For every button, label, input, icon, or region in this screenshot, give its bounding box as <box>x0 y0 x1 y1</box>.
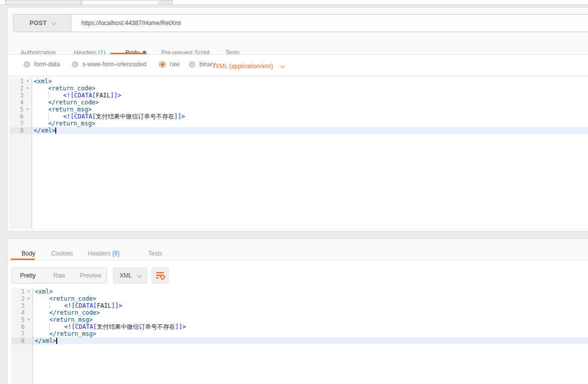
response-tab-headers[interactable]: Headers(9) <box>88 250 120 257</box>
new-tab-button[interactable] <box>160 0 173 5</box>
line-number: 3 <box>10 92 24 99</box>
fold-spacer <box>24 120 32 127</box>
view-pretty-button[interactable]: Pretty <box>12 272 44 279</box>
code-line: 6 <![CDATA[支付结果中微信订单号不存在]]> <box>10 113 588 120</box>
code-line: 4 </return_code> <box>10 99 588 106</box>
code-text[interactable]: <![CDATA[支付结果中微信订单号不存在]]> <box>33 323 588 330</box>
fold-arrow-icon[interactable]: ▾ <box>25 295 33 302</box>
editor-filler <box>11 344 588 384</box>
gutter-cell: 1▾ <box>10 78 32 85</box>
radio-binary[interactable]: binary <box>189 61 216 68</box>
code-text[interactable]: <xml> <box>32 78 588 85</box>
gutter-cell: 8 <box>11 337 33 344</box>
code-text[interactable]: </xml> <box>32 127 588 134</box>
line-number: 6 <box>11 323 25 330</box>
code-line: 8</xml> <box>11 337 588 344</box>
app-tab-inactive[interactable] <box>5 0 81 5</box>
code-line: 1▾<xml> <box>10 78 588 85</box>
code-text[interactable]: </xml> <box>33 337 588 344</box>
gutter-cell: 5▾ <box>10 106 32 113</box>
chevron-down-icon <box>137 273 142 278</box>
gutter-cell: 1▾ <box>11 288 33 295</box>
fold-spacer <box>25 337 33 344</box>
response-tab-cookies[interactable]: Cookies <box>51 250 73 257</box>
request-panel: POST https://localhost:44387/Home/RetXml… <box>7 7 588 232</box>
url-input[interactable]: https://localhost:44387/Home/RetXml <box>71 15 588 32</box>
line-number: 3 <box>11 302 25 309</box>
line-number: 4 <box>10 99 24 106</box>
text-cursor <box>56 338 57 344</box>
code-line: 7 </return_msg> <box>11 330 588 337</box>
response-language-dropdown[interactable]: XML <box>113 268 147 284</box>
code-line: 2▾ <return_code> <box>11 295 588 302</box>
response-body-editor[interactable]: 1▾<xml>2▾ <return_code>3 <![CDATA[FAIL]]… <box>11 287 588 384</box>
text-cursor <box>55 127 56 134</box>
request-body-editor[interactable]: 1▾<xml>2▾ <return_code>3 <![CDATA[FAIL]]… <box>10 77 588 228</box>
code-line: 5▾ <return_msg> <box>10 106 588 113</box>
fold-spacer <box>25 330 33 337</box>
content-type-dropdown[interactable]: XML (application/xml) <box>215 63 284 70</box>
code-text[interactable]: <return_code> <box>32 85 588 92</box>
wrap-text-button[interactable] <box>152 268 169 284</box>
code-text[interactable]: </return_code> <box>32 99 588 106</box>
line-number: 7 <box>11 330 25 337</box>
code-line: 2▾ <return_code> <box>10 85 588 92</box>
method-dropdown[interactable]: POST <box>14 15 71 32</box>
fold-arrow-icon[interactable]: ▾ <box>24 78 32 85</box>
gutter-cell: 7 <box>11 330 33 337</box>
code-line: 8</xml> <box>10 127 588 134</box>
line-number: 5 <box>10 106 24 113</box>
radio-icon <box>72 61 78 68</box>
response-tab-tests[interactable]: Tests <box>148 250 162 257</box>
code-text[interactable]: </return_msg> <box>33 330 588 337</box>
line-number: 7 <box>10 120 24 127</box>
radio-raw[interactable]: raw <box>159 61 179 68</box>
fold-arrow-icon[interactable]: ▾ <box>24 106 32 113</box>
code-text[interactable]: <return_msg> <box>33 316 588 323</box>
code-line: 4 </return_code> <box>11 309 588 316</box>
url-bar: POST https://localhost:44387/Home/RetXml <box>13 14 588 32</box>
wrap-text-icon <box>156 271 165 280</box>
code-text[interactable]: <![CDATA[FAIL]]> <box>33 302 588 309</box>
response-tab-body[interactable]: Body <box>22 250 35 257</box>
fold-arrow-icon[interactable]: ▾ <box>24 85 32 92</box>
tab-bar-divider <box>0 5 588 5</box>
fold-spacer <box>24 113 32 120</box>
line-number: 6 <box>10 113 24 120</box>
app-tab-bar <box>0 0 588 5</box>
code-text[interactable]: </return_msg> <box>32 120 588 127</box>
gutter-cell: 3 <box>11 302 33 309</box>
code-text[interactable]: <xml> <box>33 288 588 295</box>
radio-x-www-form-urlencoded[interactable]: x-www-form-urlencoded <box>72 61 146 68</box>
view-preview-button[interactable]: Preview <box>75 272 106 279</box>
code-line: 3 <![CDATA[FAIL]]> <box>11 302 588 309</box>
code-line: 1▾<xml> <box>11 288 588 295</box>
line-number: 2 <box>11 295 25 302</box>
response-headers-count-badge: (9) <box>112 250 120 257</box>
code-text[interactable]: <![CDATA[支付结果中微信订单号不存在]]> <box>32 113 588 120</box>
postman-window: POST https://localhost:44387/Home/RetXml… <box>0 0 588 384</box>
code-text[interactable]: <return_msg> <box>32 106 588 113</box>
code-line: 3 <![CDATA[FAIL]]> <box>10 92 588 99</box>
gutter-cell: 6 <box>10 113 32 120</box>
code-text[interactable]: <![CDATA[FAIL]]> <box>32 92 588 99</box>
fold-spacer <box>25 323 33 330</box>
gutter-cell: 8 <box>10 127 32 134</box>
fold-arrow-icon[interactable]: ▾ <box>25 288 33 295</box>
fold-spacer <box>24 99 32 106</box>
app-tab-active[interactable] <box>81 0 159 5</box>
divider <box>8 76 588 76</box>
fold-arrow-icon[interactable]: ▾ <box>25 316 33 323</box>
code-line: 5▾ <return_msg> <box>11 316 588 323</box>
radio-icon <box>189 61 195 68</box>
code-text[interactable]: <return_code> <box>33 295 588 302</box>
gutter-cell: 2▾ <box>10 85 32 92</box>
gutter-cell: 4 <box>11 309 33 316</box>
gutter-cell: 5▾ <box>11 316 33 323</box>
radio-selected-icon <box>159 61 166 68</box>
radio-form-data[interactable]: form-data <box>24 61 60 68</box>
view-raw-button[interactable]: Raw <box>44 272 75 279</box>
code-text[interactable]: </return_code> <box>33 309 588 316</box>
line-number: 8 <box>11 337 25 344</box>
chevron-down-icon <box>51 20 56 25</box>
